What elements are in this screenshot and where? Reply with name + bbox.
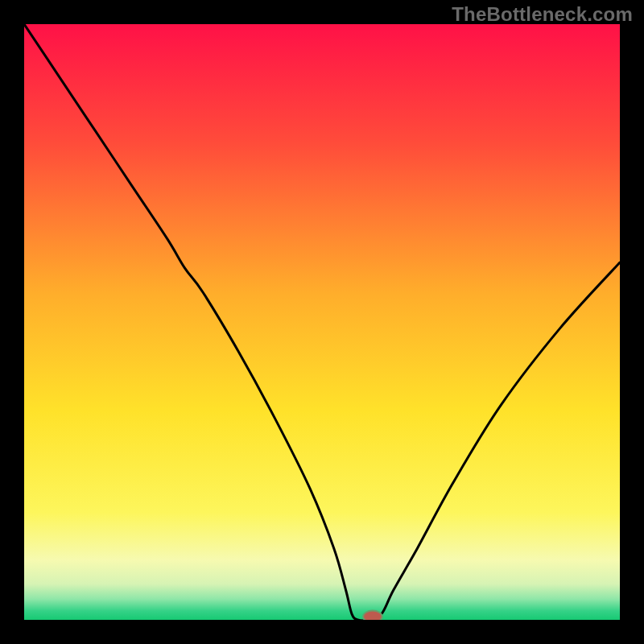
gradient-background <box>24 24 620 620</box>
bottleneck-chart <box>24 24 620 620</box>
chart-frame: TheBottleneck.com <box>0 0 644 644</box>
optimal-point-marker <box>363 611 382 620</box>
watermark-text: TheBottleneck.com <box>452 3 633 26</box>
plot-area <box>24 24 620 620</box>
